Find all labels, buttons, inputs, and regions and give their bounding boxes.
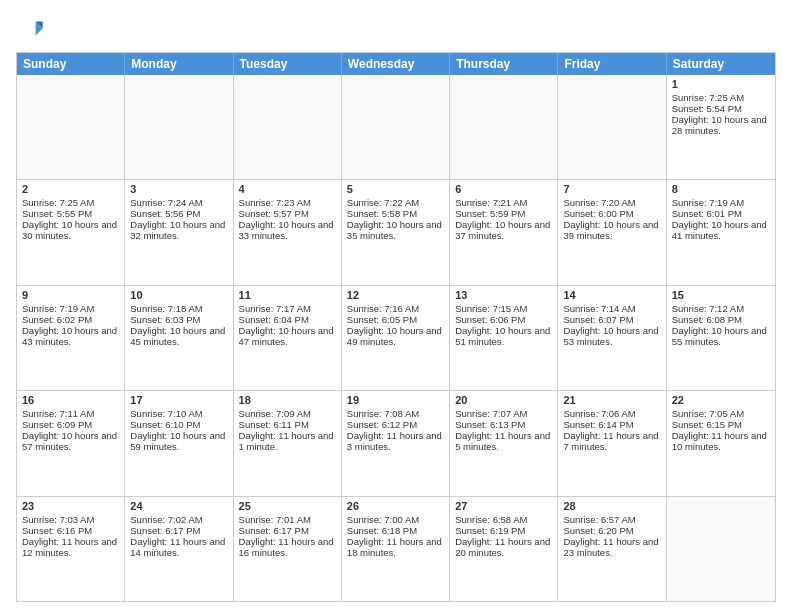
weekday-header-thursday: Thursday — [450, 53, 558, 75]
day-number: 6 — [455, 183, 552, 195]
day-info: Sunrise: 6:57 AM Sunset: 6:20 PM Dayligh… — [563, 514, 661, 558]
calendar-day-11: 11Sunrise: 7:17 AM Sunset: 6:04 PM Dayli… — [234, 286, 342, 390]
day-info: Sunrise: 7:08 AM Sunset: 6:12 PM Dayligh… — [347, 408, 445, 452]
calendar-day-9: 9Sunrise: 7:19 AM Sunset: 6:02 PM Daylig… — [17, 286, 125, 390]
logo-icon — [16, 16, 44, 44]
day-info: Sunrise: 7:06 AM Sunset: 6:14 PM Dayligh… — [563, 408, 661, 452]
day-info: Sunrise: 7:16 AM Sunset: 6:05 PM Dayligh… — [347, 303, 445, 347]
calendar-day-26: 26Sunrise: 7:00 AM Sunset: 6:18 PM Dayli… — [342, 497, 450, 601]
day-number: 28 — [563, 500, 660, 512]
day-number: 26 — [347, 500, 444, 512]
day-number: 1 — [672, 78, 770, 90]
calendar-day-5: 5Sunrise: 7:22 AM Sunset: 5:58 PM Daylig… — [342, 180, 450, 284]
calendar-day-8: 8Sunrise: 7:19 AM Sunset: 6:01 PM Daylig… — [667, 180, 775, 284]
calendar-day-16: 16Sunrise: 7:11 AM Sunset: 6:09 PM Dayli… — [17, 391, 125, 495]
day-info: Sunrise: 7:25 AM Sunset: 5:54 PM Dayligh… — [672, 92, 770, 136]
day-info: Sunrise: 7:18 AM Sunset: 6:03 PM Dayligh… — [130, 303, 228, 347]
day-number: 25 — [239, 500, 336, 512]
calendar-day-28: 28Sunrise: 6:57 AM Sunset: 6:20 PM Dayli… — [558, 497, 666, 601]
day-number: 18 — [239, 394, 336, 406]
calendar-day-6: 6Sunrise: 7:21 AM Sunset: 5:59 PM Daylig… — [450, 180, 558, 284]
calendar-day-19: 19Sunrise: 7:08 AM Sunset: 6:12 PM Dayli… — [342, 391, 450, 495]
calendar-row: 23Sunrise: 7:03 AM Sunset: 6:16 PM Dayli… — [17, 496, 775, 601]
day-number: 27 — [455, 500, 552, 512]
day-info: Sunrise: 6:58 AM Sunset: 6:19 PM Dayligh… — [455, 514, 553, 558]
calendar-day-3: 3Sunrise: 7:24 AM Sunset: 5:56 PM Daylig… — [125, 180, 233, 284]
calendar-day-1: 1Sunrise: 7:25 AM Sunset: 5:54 PM Daylig… — [667, 75, 775, 179]
day-info: Sunrise: 7:19 AM Sunset: 6:02 PM Dayligh… — [22, 303, 120, 347]
day-info: Sunrise: 7:14 AM Sunset: 6:07 PM Dayligh… — [563, 303, 661, 347]
weekday-header-saturday: Saturday — [667, 53, 775, 75]
calendar-empty-cell — [450, 75, 558, 179]
calendar-day-12: 12Sunrise: 7:16 AM Sunset: 6:05 PM Dayli… — [342, 286, 450, 390]
weekday-header-monday: Monday — [125, 53, 233, 75]
calendar-day-13: 13Sunrise: 7:15 AM Sunset: 6:06 PM Dayli… — [450, 286, 558, 390]
day-number: 19 — [347, 394, 444, 406]
day-info: Sunrise: 7:00 AM Sunset: 6:18 PM Dayligh… — [347, 514, 445, 558]
day-number: 11 — [239, 289, 336, 301]
day-number: 22 — [672, 394, 770, 406]
weekday-header-tuesday: Tuesday — [234, 53, 342, 75]
day-number: 23 — [22, 500, 119, 512]
day-info: Sunrise: 7:25 AM Sunset: 5:55 PM Dayligh… — [22, 197, 120, 241]
calendar: SundayMondayTuesdayWednesdayThursdayFrid… — [16, 52, 776, 602]
calendar-day-21: 21Sunrise: 7:06 AM Sunset: 6:14 PM Dayli… — [558, 391, 666, 495]
calendar-body: 1Sunrise: 7:25 AM Sunset: 5:54 PM Daylig… — [17, 75, 775, 601]
weekday-header-friday: Friday — [558, 53, 666, 75]
calendar-row: 16Sunrise: 7:11 AM Sunset: 6:09 PM Dayli… — [17, 390, 775, 495]
calendar-empty-cell — [342, 75, 450, 179]
day-info: Sunrise: 7:05 AM Sunset: 6:15 PM Dayligh… — [672, 408, 770, 452]
day-info: Sunrise: 7:19 AM Sunset: 6:01 PM Dayligh… — [672, 197, 770, 241]
calendar-header: SundayMondayTuesdayWednesdayThursdayFrid… — [17, 53, 775, 75]
day-info: Sunrise: 7:17 AM Sunset: 6:04 PM Dayligh… — [239, 303, 337, 347]
calendar-day-24: 24Sunrise: 7:02 AM Sunset: 6:17 PM Dayli… — [125, 497, 233, 601]
calendar-empty-cell — [558, 75, 666, 179]
day-number: 3 — [130, 183, 227, 195]
calendar-day-7: 7Sunrise: 7:20 AM Sunset: 6:00 PM Daylig… — [558, 180, 666, 284]
day-number: 5 — [347, 183, 444, 195]
day-number: 9 — [22, 289, 119, 301]
day-number: 21 — [563, 394, 660, 406]
day-info: Sunrise: 7:01 AM Sunset: 6:17 PM Dayligh… — [239, 514, 337, 558]
day-info: Sunrise: 7:03 AM Sunset: 6:16 PM Dayligh… — [22, 514, 120, 558]
calendar-empty-cell — [125, 75, 233, 179]
day-number: 24 — [130, 500, 227, 512]
day-number: 15 — [672, 289, 770, 301]
calendar-day-23: 23Sunrise: 7:03 AM Sunset: 6:16 PM Dayli… — [17, 497, 125, 601]
day-number: 12 — [347, 289, 444, 301]
calendar-day-27: 27Sunrise: 6:58 AM Sunset: 6:19 PM Dayli… — [450, 497, 558, 601]
logo — [16, 16, 48, 44]
calendar-day-20: 20Sunrise: 7:07 AM Sunset: 6:13 PM Dayli… — [450, 391, 558, 495]
calendar-day-4: 4Sunrise: 7:23 AM Sunset: 5:57 PM Daylig… — [234, 180, 342, 284]
day-number: 10 — [130, 289, 227, 301]
weekday-header-sunday: Sunday — [17, 53, 125, 75]
calendar-day-18: 18Sunrise: 7:09 AM Sunset: 6:11 PM Dayli… — [234, 391, 342, 495]
weekday-header-wednesday: Wednesday — [342, 53, 450, 75]
calendar-day-14: 14Sunrise: 7:14 AM Sunset: 6:07 PM Dayli… — [558, 286, 666, 390]
calendar-day-15: 15Sunrise: 7:12 AM Sunset: 6:08 PM Dayli… — [667, 286, 775, 390]
day-number: 16 — [22, 394, 119, 406]
calendar-empty-cell — [234, 75, 342, 179]
day-number: 14 — [563, 289, 660, 301]
header — [16, 16, 776, 44]
day-info: Sunrise: 7:24 AM Sunset: 5:56 PM Dayligh… — [130, 197, 228, 241]
day-info: Sunrise: 7:02 AM Sunset: 6:17 PM Dayligh… — [130, 514, 228, 558]
calendar-day-22: 22Sunrise: 7:05 AM Sunset: 6:15 PM Dayli… — [667, 391, 775, 495]
calendar-day-25: 25Sunrise: 7:01 AM Sunset: 6:17 PM Dayli… — [234, 497, 342, 601]
day-info: Sunrise: 7:20 AM Sunset: 6:00 PM Dayligh… — [563, 197, 661, 241]
day-info: Sunrise: 7:15 AM Sunset: 6:06 PM Dayligh… — [455, 303, 553, 347]
day-number: 2 — [22, 183, 119, 195]
day-number: 13 — [455, 289, 552, 301]
calendar-day-10: 10Sunrise: 7:18 AM Sunset: 6:03 PM Dayli… — [125, 286, 233, 390]
day-info: Sunrise: 7:11 AM Sunset: 6:09 PM Dayligh… — [22, 408, 120, 452]
day-info: Sunrise: 7:09 AM Sunset: 6:11 PM Dayligh… — [239, 408, 337, 452]
day-info: Sunrise: 7:21 AM Sunset: 5:59 PM Dayligh… — [455, 197, 553, 241]
day-number: 4 — [239, 183, 336, 195]
calendar-empty-cell — [17, 75, 125, 179]
day-info: Sunrise: 7:23 AM Sunset: 5:57 PM Dayligh… — [239, 197, 337, 241]
calendar-row: 1Sunrise: 7:25 AM Sunset: 5:54 PM Daylig… — [17, 75, 775, 179]
day-number: 7 — [563, 183, 660, 195]
day-number: 17 — [130, 394, 227, 406]
calendar-empty-cell — [667, 497, 775, 601]
calendar-row: 9Sunrise: 7:19 AM Sunset: 6:02 PM Daylig… — [17, 285, 775, 390]
